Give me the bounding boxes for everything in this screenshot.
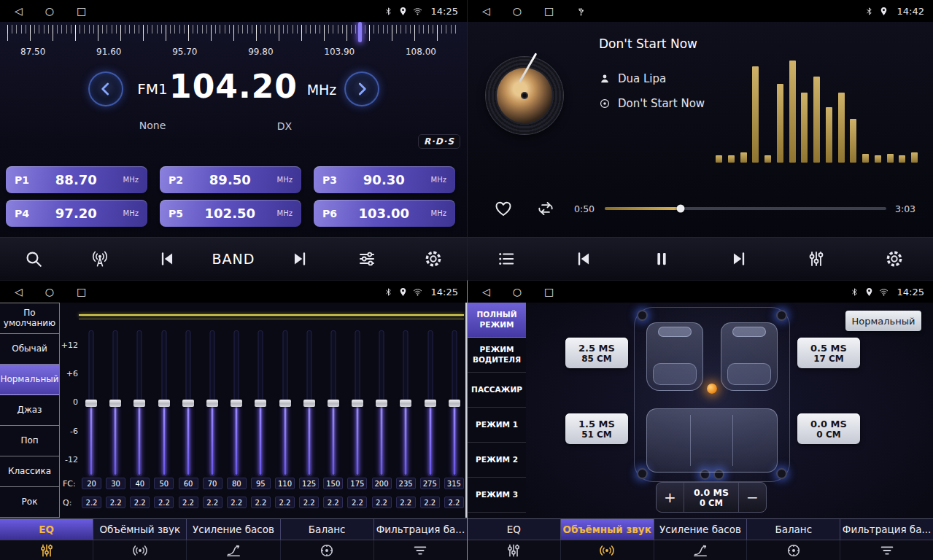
tab-surround-sound[interactable]: Объёмный звук [93, 519, 187, 540]
band-button[interactable]: BAND [200, 251, 266, 267]
eq-band-slider[interactable] [203, 330, 222, 476]
eq-preset-default[interactable]: По умолчанию [0, 303, 59, 334]
next-track-button[interactable] [700, 249, 778, 268]
home-button[interactable]: ○ [513, 287, 522, 297]
eq-preset-custom[interactable]: Обычай [0, 334, 59, 365]
home-button[interactable]: ○ [45, 6, 54, 16]
favorite-heart-icon[interactable] [494, 199, 513, 218]
eq-band-slider[interactable] [155, 330, 174, 476]
eq-preset-rock[interactable]: Рок [0, 487, 59, 518]
home-button[interactable]: ○ [513, 6, 522, 16]
rear-left-delay-chip[interactable]: 1.5 MS 51 CM [565, 413, 628, 444]
radio-screen: ◁ ○ □ 14:25 87.50 91.60 95.70 99.80 103.… [0, 0, 467, 280]
tab-bass-iconcell[interactable] [187, 540, 280, 560]
tab-surround-iconcell[interactable] [561, 540, 654, 560]
eq-preset-pop[interactable]: Поп [0, 426, 59, 456]
settings-button[interactable] [400, 249, 467, 268]
back-button[interactable]: ◁ [482, 6, 490, 16]
recents-button[interactable]: □ [77, 287, 86, 297]
tab-eq[interactable]: EQ [0, 519, 93, 540]
tab-eq[interactable]: EQ [468, 519, 561, 540]
eq-band-slider[interactable] [348, 330, 367, 476]
tab-filtering[interactable]: Фильтрация ба... [374, 519, 467, 540]
eq-band-slider[interactable] [421, 330, 440, 476]
front-right-delay-chip[interactable]: 0.5 MS 17 CM [797, 338, 860, 368]
decrease-delay-button[interactable]: − [738, 483, 766, 512]
back-button[interactable]: ◁ [15, 287, 23, 297]
preset-button-p2[interactable]: P2 89.50 MHz [160, 166, 301, 193]
eq-band-slider[interactable] [300, 330, 319, 476]
previous-track-button[interactable] [545, 249, 622, 268]
recents-button[interactable]: □ [77, 6, 86, 16]
mode-driver[interactable]: РЕЖИМ ВОДИТЕЛЯ [468, 338, 526, 373]
eq-band-slider[interactable] [372, 330, 391, 476]
mode-2[interactable]: РЕЖИМ 2 [468, 443, 526, 478]
seat-cushion [653, 363, 697, 385]
surround-preset-button[interactable]: Нормальный [845, 311, 921, 331]
tab-eq-iconcell[interactable] [468, 540, 561, 560]
recents-button[interactable]: □ [544, 287, 554, 297]
back-button[interactable]: ◁ [15, 6, 23, 16]
equalizer-button[interactable] [778, 249, 855, 268]
progress-knob[interactable] [677, 205, 685, 213]
listening-position-dot[interactable] [707, 384, 717, 394]
eq-curve-line [79, 314, 464, 316]
eq-preset-classic[interactable]: Классика [0, 456, 59, 487]
tab-filtering[interactable]: Фильтрация ба... [840, 519, 933, 540]
mode-1[interactable]: РЕЖИМ 1 [468, 408, 526, 443]
preset-button-p3[interactable]: P3 90.30 MHz [314, 166, 455, 193]
scale-label: 87.50 [20, 47, 45, 57]
eq-preset-normal[interactable]: Нормальный [0, 365, 59, 395]
seek-next-button[interactable] [267, 249, 333, 268]
eq-band-slider[interactable] [396, 330, 415, 476]
back-button[interactable]: ◁ [482, 287, 490, 297]
tab-balance-iconcell[interactable] [281, 540, 374, 560]
tab-surround-iconcell[interactable] [93, 540, 187, 560]
tune-up-button[interactable] [344, 71, 379, 106]
pause-button[interactable] [623, 249, 700, 268]
preset-button-p1[interactable]: P1 88.70 MHz [6, 166, 147, 193]
tab-bass-boost[interactable]: Усиление басов [654, 519, 748, 540]
tab-filter-iconcell[interactable] [374, 540, 467, 560]
tab-bass-boost[interactable]: Усиление басов [187, 519, 280, 540]
broadcast-button[interactable] [66, 249, 133, 268]
preset-button-p4[interactable]: P4 97.20 MHz [6, 200, 147, 227]
eq-band-slider[interactable] [179, 330, 198, 476]
recents-button[interactable]: □ [544, 6, 554, 16]
scan-button[interactable] [0, 249, 66, 268]
tuning-indicator[interactable] [358, 22, 362, 42]
tab-surround-sound[interactable]: Объёмный звук [561, 519, 654, 540]
tab-balance[interactable]: Баланс [281, 519, 374, 540]
mode-passenger[interactable]: ПАССАЖИР [468, 373, 526, 408]
equalizer-button[interactable] [333, 249, 400, 268]
tab-filter-iconcell[interactable] [840, 540, 933, 560]
progress-bar[interactable] [605, 207, 886, 210]
eq-band-slider[interactable] [251, 330, 270, 476]
eq-band-slider[interactable] [106, 330, 125, 476]
rear-right-delay-chip[interactable]: 0.0 MS 0 CM [797, 413, 860, 444]
eq-band-slider[interactable] [82, 330, 101, 476]
increase-delay-button[interactable]: + [657, 483, 684, 512]
front-left-delay-chip[interactable]: 2.5 MS 85 CM [565, 338, 628, 368]
eq-band-slider[interactable] [445, 330, 464, 476]
tab-balance-iconcell[interactable] [747, 540, 840, 560]
mode-3[interactable]: РЕЖИМ 3 [468, 478, 526, 513]
head-unit-screen: ◁ ○ □ 14:25 87.50 91.60 95.70 99.80 103.… [0, 0, 933, 560]
eq-band-slider[interactable] [324, 330, 343, 476]
eq-preset-jazz[interactable]: Джаз [0, 395, 59, 426]
preset-button-p5[interactable]: P5 102.50 MHz [160, 200, 301, 227]
preset-button-p6[interactable]: P6 103.00 MHz [314, 200, 455, 227]
seek-previous-button[interactable] [133, 249, 200, 268]
eq-band-slider[interactable] [227, 330, 246, 476]
tab-eq-iconcell[interactable] [0, 540, 93, 560]
home-button[interactable]: ○ [45, 287, 54, 297]
tab-bass-iconcell[interactable] [654, 540, 748, 560]
playlist-button[interactable] [468, 249, 545, 268]
tab-balance[interactable]: Баланс [747, 519, 840, 540]
repeat-icon[interactable] [536, 199, 555, 218]
mode-full[interactable]: ПОЛНЫЙ РЕЖИМ [468, 303, 526, 338]
settings-button[interactable] [856, 249, 933, 268]
preset-label: P1 [15, 174, 29, 186]
eq-band-slider[interactable] [130, 330, 149, 476]
eq-band-slider[interactable] [276, 330, 295, 476]
